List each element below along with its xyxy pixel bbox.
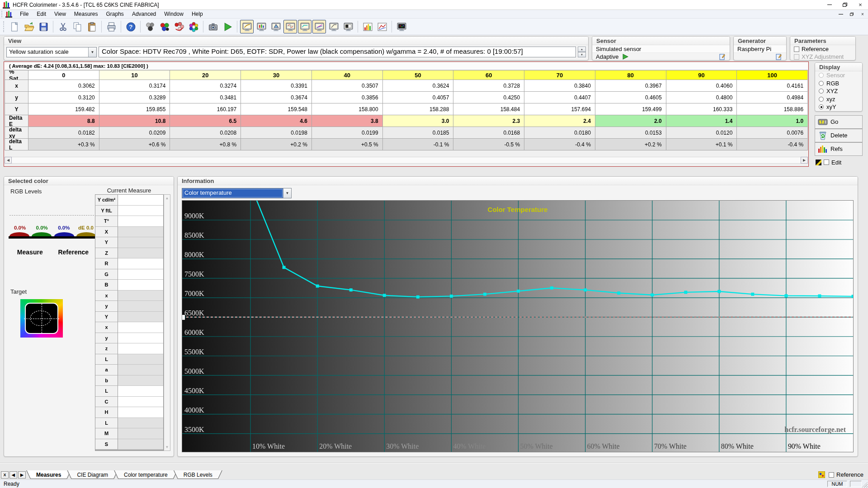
- measure-cell[interactable]: 1.4: [666, 115, 737, 127]
- toolbar-help-button[interactable]: ?: [124, 20, 137, 33]
- measure-cell[interactable]: 0.0120: [666, 127, 737, 139]
- toolbar-rgb-balls-button[interactable]: [158, 20, 171, 33]
- measure-cell[interactable]: +0.8 %: [170, 139, 241, 150]
- display-option-rgb[interactable]: RGB: [815, 80, 862, 88]
- tab-prev-icon[interactable]: ◀: [9, 471, 17, 479]
- measure-cell[interactable]: 0.3289: [99, 92, 170, 103]
- measure-cell[interactable]: +0.2 %: [595, 139, 666, 150]
- spinner-up-icon[interactable]: ▲: [578, 47, 586, 52]
- measure-cell[interactable]: 0.0209: [99, 127, 170, 139]
- tab-measures[interactable]: Measures: [26, 470, 71, 479]
- measure-cell[interactable]: 157.694: [524, 103, 595, 115]
- measure-cell[interactable]: 0.3624: [383, 80, 454, 92]
- menu-advanced[interactable]: Advanced: [128, 10, 160, 18]
- chevron-down-icon[interactable]: ▼: [283, 188, 291, 198]
- refs-button[interactable]: Refs: [815, 142, 863, 156]
- menu-help[interactable]: Help: [188, 10, 207, 18]
- measure-cell[interactable]: +0.6 %: [99, 139, 170, 150]
- measure-cell[interactable]: 0.3856: [312, 92, 383, 103]
- measure-cell[interactable]: 0.3507: [312, 80, 383, 92]
- scroll-up-icon[interactable]: ▲: [165, 195, 169, 202]
- measure-cell[interactable]: 0.3062: [28, 80, 99, 92]
- toolbar-save-button[interactable]: [37, 20, 50, 33]
- measure-cell[interactable]: -0.4 %: [524, 139, 595, 150]
- measure-cell[interactable]: 10.8: [99, 115, 170, 127]
- measure-cell[interactable]: 0.4407: [524, 92, 595, 103]
- measure-cell[interactable]: -0.5 %: [453, 139, 524, 150]
- toolbar-monitor-lum-button[interactable]: [327, 20, 340, 33]
- measure-cell[interactable]: 0.0199: [312, 127, 383, 139]
- sensor-edit-icon[interactable]: [719, 53, 726, 60]
- sensor-run-icon[interactable]: [623, 54, 628, 60]
- measure-cell[interactable]: 2.0: [595, 115, 666, 127]
- toolbar-saturation-balls-button[interactable]: [172, 20, 186, 33]
- scroll-left-icon[interactable]: ◀: [5, 157, 12, 164]
- measure-cell[interactable]: 0.0198: [241, 127, 312, 139]
- measure-cell[interactable]: 0.3391: [241, 80, 312, 92]
- toolbar-monitor-rgb-button[interactable]: [255, 20, 268, 33]
- measure-cell[interactable]: 0.3274: [170, 80, 241, 92]
- menu-edit[interactable]: Edit: [33, 10, 50, 18]
- measure-cell[interactable]: 160.333: [666, 103, 737, 115]
- toolbar-paste-button[interactable]: [85, 20, 99, 33]
- measure-cell[interactable]: 6.5: [170, 115, 241, 127]
- measure-cell[interactable]: 0.0208: [170, 127, 241, 139]
- measure-cell[interactable]: 3.8: [312, 115, 383, 127]
- minimize-button[interactable]: [822, 0, 837, 9]
- toolbar-chart-bars-button[interactable]: [361, 20, 374, 33]
- toolbar-monitor-gamma-button[interactable]: [240, 20, 254, 33]
- measure-cell[interactable]: 158.886: [737, 103, 808, 115]
- measure-cell[interactable]: 0.0182: [28, 127, 99, 139]
- measure-cell[interactable]: 0.3967: [595, 80, 666, 92]
- toolbar-chart-line-button[interactable]: [375, 20, 389, 33]
- toolbar-open-folder-button[interactable]: [22, 20, 36, 33]
- measure-cell[interactable]: 159.855: [99, 103, 170, 115]
- generator-edit-icon[interactable]: [776, 53, 783, 60]
- delete-button[interactable]: Delete: [815, 129, 863, 142]
- scrollbar-track[interactable]: [12, 157, 801, 164]
- measure-cell[interactable]: 0.4984: [737, 92, 808, 103]
- information-graph-select[interactable]: Color temperature ▼: [182, 188, 292, 198]
- toolbar-sensor-meters-button[interactable]: [143, 20, 157, 33]
- measure-cell[interactable]: 0.4605: [595, 92, 666, 103]
- resize-grip[interactable]: [862, 482, 868, 488]
- tab-rgb-levels[interactable]: RGB Levels: [174, 470, 222, 479]
- measure-cell[interactable]: 158.800: [312, 103, 383, 115]
- measures-horizontal-scrollbar[interactable]: ◀ ▶: [5, 156, 808, 164]
- spinner-down-icon[interactable]: ▼: [578, 52, 586, 57]
- measure-cell[interactable]: 0.3120: [28, 92, 99, 103]
- restore-button[interactable]: [837, 0, 853, 9]
- display-option-xyz[interactable]: XYZ: [815, 87, 862, 95]
- measure-cell[interactable]: +0.5 %: [312, 139, 383, 150]
- measure-cell[interactable]: 0.3174: [99, 80, 170, 92]
- measure-cell[interactable]: 0.0185: [383, 127, 454, 139]
- statusbar-reference-row[interactable]: Reference: [829, 471, 863, 479]
- radio-rgb[interactable]: [819, 81, 824, 86]
- measure-cell[interactable]: 0.4800: [666, 92, 737, 103]
- measure-cell[interactable]: 160.197: [170, 103, 241, 115]
- chevron-down-icon[interactable]: ▼: [88, 47, 96, 57]
- display-option-xyz[interactable]: xyz: [815, 95, 862, 103]
- tab-color-temperature[interactable]: Color temperature: [114, 470, 178, 479]
- radio-xyz[interactable]: [819, 97, 824, 102]
- measure-cell[interactable]: 0.0076: [737, 127, 808, 139]
- menu-file[interactable]: File: [16, 10, 33, 18]
- measure-cell[interactable]: 2.4: [524, 115, 595, 127]
- mdi-close-button[interactable]: ×: [857, 10, 868, 18]
- measure-cell[interactable]: 8.8: [28, 115, 99, 127]
- view-scale-select[interactable]: Yellow saturation scale ▼: [6, 47, 97, 57]
- measure-cell[interactable]: 158.288: [383, 103, 454, 115]
- radio-xyz[interactable]: [819, 89, 824, 94]
- toolbar-monitor-temp-button[interactable]: [298, 20, 311, 33]
- measure-cell[interactable]: 159.482: [28, 103, 99, 115]
- measure-cell[interactable]: 159.499: [595, 103, 666, 115]
- toolbar-monitor-contrast-button[interactable]: [341, 20, 355, 33]
- tab-cie-diagram[interactable]: CIE Diagram: [67, 470, 118, 479]
- reference-checkbox-row[interactable]: Reference: [790, 45, 855, 53]
- measure-cell[interactable]: 158.484: [453, 103, 524, 115]
- toolbar-monitor-dark-button[interactable]: [395, 20, 408, 33]
- toolbar-cut-button[interactable]: [56, 20, 70, 33]
- mdi-restore-button[interactable]: [846, 10, 857, 18]
- measure-cell[interactable]: 4.6: [241, 115, 312, 127]
- measure-cell[interactable]: 0.0180: [524, 127, 595, 139]
